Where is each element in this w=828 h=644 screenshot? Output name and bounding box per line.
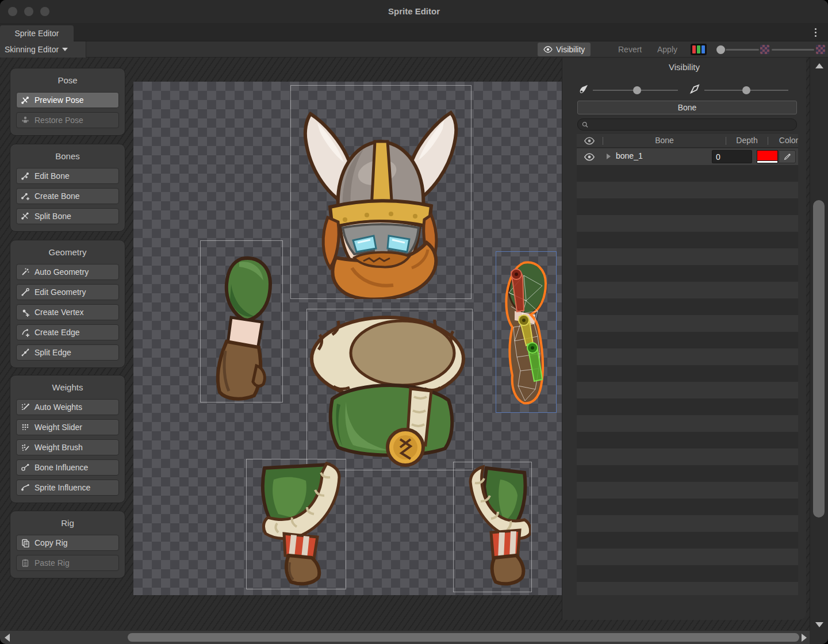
search-input[interactable] [591, 120, 792, 129]
create-edge-icon [21, 328, 30, 337]
kebab-menu-icon[interactable] [811, 26, 820, 39]
weight-slider-button[interactable]: Weight Slider [16, 419, 119, 435]
viking-leg-right-sprite[interactable] [454, 463, 531, 590]
scroll-right-icon[interactable] [802, 634, 807, 642]
split-bone-button[interactable]: Split Bone [16, 208, 119, 224]
restore-pose-label: Restore Pose [34, 116, 83, 125]
row-expand-icon[interactable] [607, 154, 611, 159]
preview-pose-label: Preview Pose [34, 95, 84, 105]
restore-pose-button[interactable]: Restore Pose [16, 112, 119, 128]
create-bone-label: Create Bone [34, 191, 80, 201]
scroll-left-icon[interactable] [5, 634, 10, 642]
viking-torso-sprite[interactable] [309, 315, 471, 470]
edit-bone-label: Edit Bone [34, 171, 70, 181]
bone-influence-icon [21, 463, 30, 472]
split-edge-button[interactable]: Split Edge [16, 344, 119, 361]
visibility-toggle-button[interactable]: Visibility [538, 43, 591, 56]
row-visibility-eye-icon[interactable] [584, 153, 595, 161]
eyedropper-button[interactable] [779, 150, 796, 163]
content-area: Pose Preview Pose Restore Pose Bones Edi… [0, 57, 828, 630]
preview-pose-button[interactable]: Preview Pose [16, 92, 119, 108]
split-edge-icon [21, 348, 30, 357]
apply-label: Apply [657, 45, 677, 54]
preview-pose-icon [21, 95, 30, 105]
rig-panel: Rig Copy Rig Paste Rig [10, 511, 125, 578]
bone-search-field[interactable] [577, 118, 797, 131]
edit-geometry-label: Edit Geometry [34, 288, 86, 297]
transparency-max-icon [816, 45, 825, 54]
weight-brush-button[interactable]: Weight Brush [16, 439, 119, 455]
eyedropper-icon [784, 153, 791, 160]
header-color[interactable]: Color [768, 136, 806, 145]
bone-size-slider-knob[interactable] [633, 86, 641, 94]
horizontal-scrollbar[interactable] [0, 630, 810, 644]
tab-sprite-editor[interactable]: Sprite Editor [0, 25, 74, 41]
bone-category-button[interactable]: Bone [577, 101, 797, 114]
apply-button[interactable]: Apply [651, 43, 683, 56]
split-bone-label: Split Bone [34, 212, 71, 221]
alpha-slider-knob[interactable] [716, 45, 725, 54]
scroll-up-icon[interactable] [815, 63, 823, 68]
edit-geometry-icon [21, 288, 30, 297]
rgb-channels-icon[interactable] [691, 44, 707, 55]
viking-leg-left-sprite[interactable] [248, 460, 344, 588]
viking-arm-sprite[interactable] [206, 253, 281, 404]
auto-weights-label: Auto Weights [34, 402, 82, 412]
create-bone-icon [21, 191, 30, 201]
create-bone-button[interactable]: Create Bone [16, 188, 119, 204]
pose-panel: Pose Preview Pose Restore Pose [10, 68, 125, 136]
create-vertex-button[interactable]: Create Vertex [16, 304, 119, 320]
geometry-panel-title: Geometry [16, 247, 119, 257]
create-vertex-icon [21, 308, 30, 317]
header-eye-icon [584, 137, 595, 145]
skinning-editor-dropdown[interactable]: Skinning Editor [0, 41, 86, 57]
sprite-influence-button[interactable]: Sprite Influence [16, 480, 119, 496]
bone-table-row[interactable]: bone_1 [577, 148, 798, 165]
header-depth[interactable]: Depth [726, 136, 768, 145]
weight-brush-label: Weight Brush [34, 443, 83, 452]
eye-icon [543, 45, 553, 54]
titlebar: Sprite Editor [0, 0, 828, 23]
paste-rig-icon [21, 558, 30, 568]
vertical-scrollbar[interactable] [810, 57, 828, 630]
horizontal-scrollbar-thumb[interactable] [128, 633, 799, 642]
bone-table-header: Bone Depth Color [577, 134, 798, 148]
sprite-canvas[interactable] [133, 82, 562, 595]
bone-influence-button[interactable]: Bone Influence [16, 459, 119, 476]
create-edge-button[interactable]: Create Edge [16, 324, 119, 340]
bone-name[interactable]: bone_1 [616, 151, 643, 160]
bone-opacity-slider-knob[interactable] [742, 86, 750, 94]
vertical-scrollbar-thumb[interactable] [813, 200, 825, 518]
weights-panel-title: Weights [16, 382, 119, 392]
bone-color-swatch[interactable] [757, 150, 778, 163]
auto-geometry-icon [21, 267, 30, 277]
alpha-slider-track[interactable] [726, 49, 759, 51]
tab-label: Sprite Editor [14, 29, 59, 38]
paste-rig-label: Paste Rig [34, 558, 70, 568]
visibility-label: Visibility [556, 45, 585, 54]
create-edge-label: Create Edge [34, 328, 80, 337]
depth-field [712, 150, 752, 163]
header-bone[interactable]: Bone [603, 136, 726, 145]
bone-list-empty-rows [577, 165, 798, 595]
paste-rig-button[interactable]: Paste Rig [16, 555, 119, 571]
zoom-slider-track[interactable] [772, 49, 814, 51]
depth-input[interactable] [712, 151, 752, 163]
edit-geometry-button[interactable]: Edit Geometry [16, 284, 119, 300]
viking-arm-selected-sprite[interactable] [497, 256, 555, 408]
edit-bone-button[interactable]: Edit Bone [16, 168, 119, 184]
copy-rig-button[interactable]: Copy Rig [16, 535, 119, 551]
alpha-bar [757, 160, 777, 163]
weight-brush-icon [21, 443, 30, 452]
auto-geometry-label: Auto Geometry [34, 267, 89, 277]
restore-pose-icon [21, 116, 30, 125]
scrollbar-corner [810, 630, 828, 644]
window-title: Sprite Editor [0, 6, 828, 16]
auto-weights-button[interactable]: Auto Weights [16, 399, 119, 415]
scroll-down-icon[interactable] [815, 622, 823, 627]
auto-geometry-button[interactable]: Auto Geometry [16, 264, 119, 280]
sprite-editor-window: Sprite Editor Sprite Editor Skinning Edi… [0, 0, 828, 644]
revert-button[interactable]: Revert [612, 43, 647, 56]
viking-head-sprite[interactable] [290, 85, 471, 299]
edit-bone-icon [21, 171, 30, 181]
